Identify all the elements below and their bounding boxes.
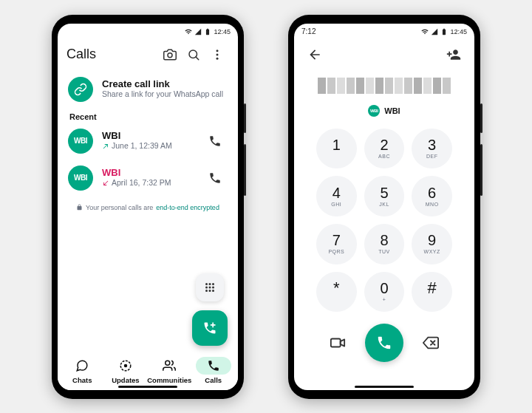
phone-icon xyxy=(208,171,222,185)
call-back-button[interactable] xyxy=(202,165,228,191)
page-title: Calls xyxy=(66,47,158,62)
nav-item-chats[interactable]: Chats xyxy=(61,352,104,390)
status-bar: 12:45 xyxy=(58,24,238,38)
home-indicator[interactable] xyxy=(355,386,414,388)
phone-volume-button xyxy=(244,144,246,196)
dialpad-key-6[interactable]: 6MNO xyxy=(412,176,452,216)
dialpad-key-5[interactable]: 5JKL xyxy=(364,176,405,216)
status-bar: 7:12 12:45 xyxy=(294,24,474,38)
encryption-note: Your personal calls are end-to-end encry… xyxy=(58,197,238,219)
call-contact-name: WBI xyxy=(102,130,194,142)
new-call-fab[interactable] xyxy=(192,310,228,346)
svg-rect-17 xyxy=(331,339,341,347)
nav-item-communities[interactable]: Communities xyxy=(147,352,191,390)
more-vertical-icon xyxy=(211,48,224,61)
create-link-title: Create call link xyxy=(102,78,228,90)
voice-call-button[interactable] xyxy=(365,324,403,362)
backspace-button[interactable] xyxy=(415,327,447,359)
video-icon xyxy=(330,335,346,351)
svg-point-8 xyxy=(205,286,208,288)
chat-icon xyxy=(75,359,89,372)
camera-icon xyxy=(163,48,177,61)
dialpad-icon xyxy=(203,281,216,294)
svg-point-16 xyxy=(166,361,170,365)
nav-label: Calls xyxy=(205,376,222,384)
create-call-link-row[interactable]: Create call link Share a link for your W… xyxy=(58,71,238,108)
matched-contact-chip[interactable]: WBI WBI xyxy=(294,100,474,124)
dialpad-key-8[interactable]: 8TUV xyxy=(364,224,405,264)
nav-item-calls[interactable]: Calls xyxy=(191,352,235,390)
person-add-icon xyxy=(446,47,461,62)
camera-button[interactable] xyxy=(158,43,182,66)
outgoing-call-icon xyxy=(102,143,109,150)
backspace-icon xyxy=(423,335,439,351)
svg-point-5 xyxy=(205,283,208,285)
svg-point-11 xyxy=(205,290,208,292)
svg-point-10 xyxy=(212,286,214,288)
contact-name: WBI xyxy=(384,106,400,115)
svg-point-7 xyxy=(212,283,214,285)
wifi-icon xyxy=(421,28,429,35)
add-contact-button[interactable] xyxy=(442,43,466,66)
dialpad-key-3[interactable]: 3DEF xyxy=(412,129,452,169)
battery-icon xyxy=(440,28,448,35)
phone-icon xyxy=(208,134,222,148)
svg-point-2 xyxy=(216,50,219,52)
more-button[interactable] xyxy=(205,43,229,66)
lock-icon xyxy=(76,204,83,211)
call-timestamp: April 16, 7:32 PM xyxy=(112,178,171,188)
phone-mockup-calls: 12:45 Calls Create call link Share a lin… xyxy=(52,15,244,399)
call-log-item[interactable]: WBI WBI June 1, 12:39 AM xyxy=(58,123,238,160)
nav-item-updates[interactable]: Updates xyxy=(104,352,148,390)
redacted-number xyxy=(309,78,460,94)
wifi-icon xyxy=(185,28,192,35)
app-header: Calls xyxy=(58,38,238,71)
dialpad-fab[interactable] xyxy=(196,273,224,301)
create-link-subtitle: Share a link for your WhatsApp call xyxy=(102,89,228,100)
dialpad-key-1[interactable]: 1 xyxy=(316,129,357,169)
missed-call-icon xyxy=(102,180,109,187)
back-button[interactable] xyxy=(303,43,327,66)
phone-power-button xyxy=(480,103,482,133)
call-timestamp: June 1, 12:39 AM xyxy=(112,141,172,151)
avatar: WBI xyxy=(368,105,380,117)
dialer-header xyxy=(294,38,474,71)
nav-label: Updates xyxy=(112,376,139,384)
phone-icon xyxy=(207,359,220,372)
phone-icon xyxy=(376,335,392,351)
call-contact-name: WBI xyxy=(102,167,194,179)
call-log-item[interactable]: WBI WBI April 16, 7:32 PM xyxy=(58,160,238,197)
signal-icon xyxy=(194,28,202,35)
phone-mockup-dialer: 7:12 12:45 WBI WBI xyxy=(288,15,480,399)
dialed-number-display xyxy=(294,71,474,100)
search-icon xyxy=(187,48,200,61)
home-indicator[interactable] xyxy=(118,386,177,388)
svg-point-6 xyxy=(209,283,211,285)
dialpad-key-9[interactable]: 9WXYZ xyxy=(412,224,452,264)
call-back-button[interactable] xyxy=(202,129,228,154)
phone-volume-button xyxy=(480,144,482,196)
add-call-icon xyxy=(202,321,217,335)
search-button[interactable] xyxy=(182,43,205,66)
communities-icon xyxy=(163,359,176,372)
status-time: 12:45 xyxy=(450,28,467,35)
status-time: 12:45 xyxy=(214,28,231,35)
dialpad-key-7[interactable]: 7PQRS xyxy=(316,224,357,264)
arrow-left-icon xyxy=(307,47,322,62)
dialpad-key-0[interactable]: 0+ xyxy=(364,272,405,313)
status-time-left: 7:12 xyxy=(301,27,316,35)
dialpad-key-2[interactable]: 2ABC xyxy=(364,129,405,169)
nav-label: Communities xyxy=(147,376,191,384)
dialpad-key-star[interactable]: * xyxy=(316,272,357,313)
recent-section-label: Recent xyxy=(58,108,238,123)
nav-label: Chats xyxy=(72,376,92,384)
video-call-button[interactable] xyxy=(321,327,354,359)
link-icon-avatar xyxy=(68,77,93,102)
battery-icon xyxy=(204,28,211,35)
encryption-link[interactable]: end-to-end encrypted xyxy=(156,204,219,211)
updates-icon xyxy=(119,359,132,372)
svg-point-15 xyxy=(124,364,128,368)
dialpad: 1 2ABC 3DEF 4GHI 5JKL 6MNO 7PQRS 8TUV 9W… xyxy=(294,124,474,317)
dialpad-key-hash[interactable]: # xyxy=(412,272,452,313)
dialpad-key-4[interactable]: 4GHI xyxy=(316,176,357,216)
